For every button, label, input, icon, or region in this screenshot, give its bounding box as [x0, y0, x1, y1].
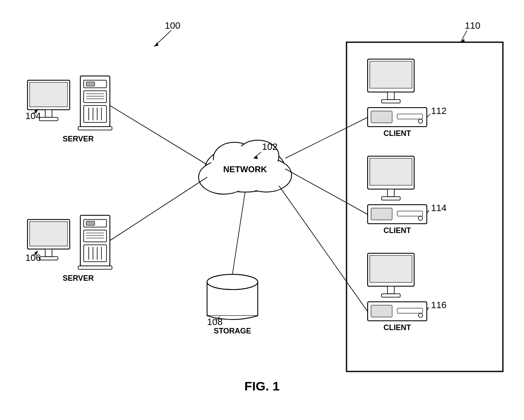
svg-rect-37 — [86, 221, 95, 225]
ref-104-label: 104 — [25, 111, 41, 121]
ref-110-label: 110 — [465, 20, 480, 31]
svg-rect-50 — [45, 249, 52, 257]
client1-desktop — [368, 108, 427, 127]
svg-rect-72 — [371, 208, 392, 220]
svg-line-66 — [427, 114, 430, 117]
svg-rect-18 — [86, 82, 95, 86]
svg-rect-81 — [371, 305, 392, 317]
svg-rect-63 — [371, 111, 392, 123]
svg-rect-59 — [370, 61, 412, 88]
client2-label: CLIENT — [384, 226, 411, 235]
client1-label: CLIENT — [384, 129, 411, 138]
svg-rect-60 — [388, 92, 394, 100]
svg-rect-82 — [397, 308, 423, 313]
svg-rect-47 — [78, 266, 112, 269]
svg-rect-73 — [397, 211, 423, 216]
svg-rect-69 — [388, 189, 394, 197]
svg-rect-32 — [39, 117, 58, 121]
server2-group — [78, 215, 112, 269]
svg-rect-78 — [388, 286, 394, 294]
network-label: NETWORK — [223, 165, 267, 174]
client2-desktop — [368, 205, 427, 224]
svg-rect-49 — [30, 222, 68, 246]
svg-rect-30 — [30, 82, 68, 107]
network-to-client2 — [285, 169, 368, 214]
svg-rect-38 — [84, 230, 106, 242]
svg-rect-61 — [382, 100, 400, 103]
server1-to-network — [110, 106, 207, 165]
diagram-svg: 100 110 NETWORK — [0, 0, 524, 420]
client3-label: CLIENT — [384, 323, 411, 332]
ref-114-label: 114 — [431, 203, 447, 213]
svg-rect-28 — [78, 127, 112, 130]
ref-102-label: 102 — [262, 141, 278, 152]
svg-rect-23 — [84, 106, 106, 122]
client3-monitor — [368, 253, 414, 297]
ref-108-label: 108 — [207, 317, 223, 327]
server2-to-network — [110, 177, 207, 241]
diagram-container: 100 110 NETWORK — [0, 0, 524, 420]
svg-rect-70 — [382, 197, 400, 200]
network-cloud: NETWORK — [199, 140, 292, 194]
svg-rect-19 — [84, 91, 106, 103]
fig-label: FIG. 1 — [244, 379, 279, 393]
server1-label: SERVER — [63, 135, 94, 143]
storage-group — [207, 274, 258, 320]
svg-rect-31 — [45, 110, 52, 117]
server2-label: SERVER — [63, 274, 94, 282]
svg-rect-77 — [370, 255, 412, 282]
client1-monitor — [368, 59, 414, 103]
svg-rect-42 — [84, 245, 106, 262]
network-to-client1 — [285, 117, 368, 158]
client2-monitor — [368, 156, 414, 200]
svg-rect-68 — [370, 158, 412, 185]
ref-112-label: 112 — [431, 106, 447, 116]
svg-rect-64 — [397, 114, 423, 119]
ref-116-label: 116 — [431, 300, 447, 310]
network-to-storage — [232, 192, 245, 274]
svg-rect-79 — [382, 294, 400, 297]
storage-label: STORAGE — [214, 327, 251, 335]
network-to-client3 — [279, 186, 368, 312]
server1-group — [78, 76, 112, 130]
ref-100-label: 100 — [165, 20, 180, 31]
svg-rect-51 — [39, 257, 58, 260]
ref-106-label: 106 — [25, 252, 41, 263]
client3-desktop — [368, 302, 427, 321]
